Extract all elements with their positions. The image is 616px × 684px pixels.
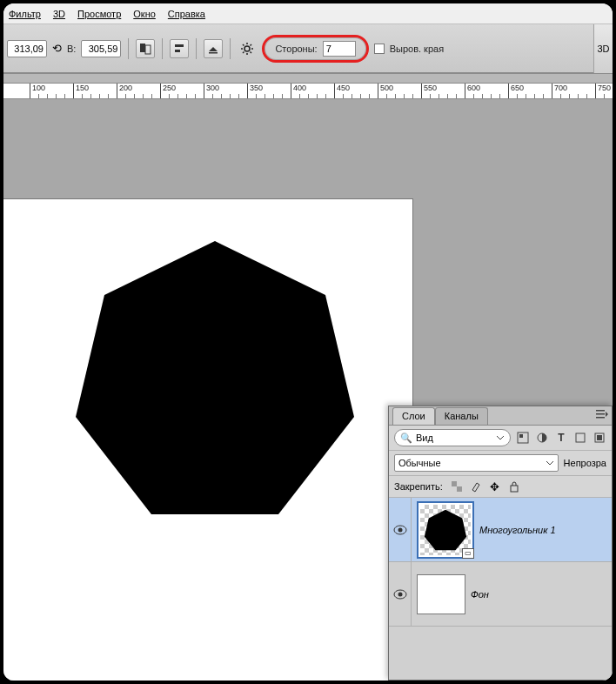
separator [196, 38, 197, 59]
menu-review[interactable]: Просмотр [77, 9, 121, 19]
svg-point-5 [244, 46, 250, 51]
sides-input[interactable] [323, 41, 356, 57]
svg-rect-23 [597, 435, 602, 440]
filter-smart-icon[interactable] [593, 431, 606, 445]
svg-rect-17 [596, 417, 605, 419]
height-readout[interactable] [81, 40, 121, 57]
svg-line-12 [243, 51, 244, 53]
align-edges-checkbox[interactable] [374, 44, 385, 54]
heptagon-shape[interactable] [71, 234, 358, 521]
ruler-bar: 1001502002503003504004505005506006507007… [3, 73, 613, 99]
svg-rect-1 [145, 45, 151, 54]
svg-rect-4 [209, 52, 218, 54]
menu-window[interactable]: Окно [133, 9, 156, 19]
separator [162, 38, 163, 59]
eye-icon [393, 525, 407, 535]
shape-fill-button[interactable] [136, 39, 155, 58]
menu-bar: Фильтр 3D Просмотр Окно Справка [3, 3, 613, 24]
svg-rect-0 [140, 44, 145, 52]
layers-panel: Слои Каналы 🔍 Вид T Обычные [388, 406, 613, 681]
arrange-button[interactable] [204, 39, 223, 58]
panel-filter-row: 🔍 Вид T [389, 426, 612, 451]
layer-row-polygon[interactable]: ▭ Многоугольник 1 [389, 498, 612, 562]
svg-point-28 [398, 527, 402, 532]
visibility-toggle[interactable] [389, 498, 412, 561]
svg-rect-25 [457, 486, 462, 492]
panel-blend-row: Обычные Непрозра [389, 451, 612, 476]
svg-point-31 [398, 592, 402, 596]
sides-label: Стороны: [275, 44, 317, 54]
svg-rect-26 [511, 486, 518, 492]
svg-rect-21 [576, 433, 585, 442]
tab-channels[interactable]: Каналы [435, 407, 488, 425]
chevron-down-icon [496, 433, 505, 442]
chevron-down-icon [546, 459, 554, 467]
blend-mode-label: Обычные [398, 458, 441, 468]
3d-button[interactable]: 3D [593, 24, 613, 73]
filter-shape-icon[interactable] [573, 431, 587, 445]
svg-marker-14 [76, 241, 354, 514]
height-label: В: [67, 44, 76, 54]
menu-help[interactable]: Справка [168, 9, 205, 19]
svg-line-10 [243, 44, 244, 46]
sides-group-highlight: Стороны: [262, 35, 368, 63]
align-edges-label: Выров. края [390, 44, 444, 54]
svg-line-13 [251, 44, 252, 46]
panel-lock-row: Закрепить: ✥ [389, 476, 612, 498]
layer-name[interactable]: Многоугольник 1 [479, 525, 556, 535]
filter-type-icons: T [516, 431, 606, 445]
layer-list: ▭ Многоугольник 1 Фон [389, 498, 612, 680]
link-icon[interactable]: ⟲ [52, 42, 62, 55]
separator [128, 38, 129, 59]
opacity-label: Непрозра [564, 458, 606, 468]
lock-transparent-icon[interactable] [450, 479, 464, 493]
panel-menu-icon[interactable] [596, 409, 608, 421]
gear-button[interactable] [238, 39, 257, 58]
svg-line-11 [251, 51, 252, 53]
menu-filter[interactable]: Фильтр [9, 9, 41, 19]
svg-rect-24 [452, 481, 457, 486]
document-canvas[interactable] [3, 199, 412, 684]
layer-kind-select[interactable]: 🔍 Вид [394, 429, 511, 446]
options-bar: ⟲ В: Стороны: Выров. края 3D [3, 24, 613, 73]
width-readout[interactable] [7, 40, 47, 57]
separator [230, 38, 231, 59]
filter-type-icon[interactable]: T [554, 431, 568, 445]
blend-mode-select[interactable]: Обычные [394, 454, 559, 472]
layer-kind-label: Вид [416, 433, 433, 443]
lock-label: Закрепить: [394, 481, 443, 492]
filter-adjust-icon[interactable] [535, 431, 549, 445]
align-button[interactable] [170, 39, 189, 58]
svg-rect-19 [519, 434, 523, 438]
svg-rect-15 [596, 410, 605, 412]
eye-icon [393, 589, 407, 600]
lock-pixels-icon[interactable] [469, 479, 483, 493]
svg-marker-29 [425, 509, 466, 549]
svg-rect-2 [175, 44, 184, 47]
lock-position-icon[interactable]: ✥ [488, 479, 502, 493]
work-area: Слои Каналы 🔍 Вид T Обычные [3, 99, 613, 681]
shape-badge-icon: ▭ [462, 548, 474, 559]
svg-rect-16 [596, 413, 605, 415]
lock-all-icon[interactable] [507, 479, 521, 493]
horizontal-ruler: 1001502002503003504004505005506006507007… [3, 83, 613, 98]
svg-rect-3 [175, 50, 180, 52]
search-icon: 🔍 [400, 433, 412, 444]
layer-name[interactable]: Фон [471, 589, 489, 600]
layer-thumbnail[interactable] [417, 574, 465, 614]
visibility-toggle[interactable] [389, 562, 412, 626]
tab-layers[interactable]: Слои [392, 407, 435, 425]
filter-pixel-icon[interactable] [516, 431, 530, 445]
layer-row-background[interactable]: Фон [389, 562, 612, 627]
menu-3d[interactable]: 3D [53, 9, 65, 19]
panel-tabs: Слои Каналы [389, 406, 612, 426]
layer-thumbnail[interactable]: ▭ [417, 501, 474, 559]
